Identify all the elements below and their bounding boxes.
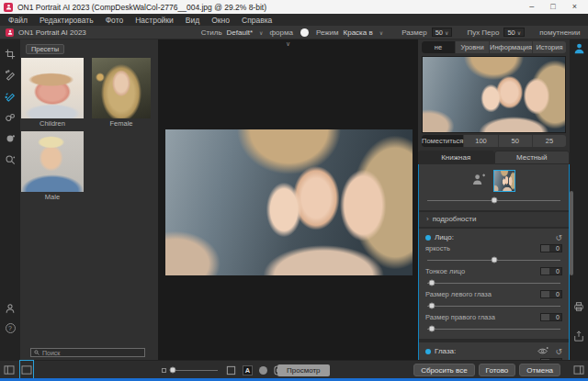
maximize-button[interactable]: □: [550, 1, 555, 13]
canvas-photo[interactable]: [165, 129, 413, 275]
slim-face-slider[interactable]: [426, 278, 561, 287]
preview-button[interactable]: Просмотр: [277, 364, 330, 376]
export-icon[interactable]: [573, 329, 584, 345]
brightness-slider[interactable]: [426, 255, 561, 264]
enabled-dot-icon[interactable]: [425, 235, 431, 241]
done-button[interactable]: Готово: [479, 364, 516, 376]
zoom-tool-icon[interactable]: [4, 153, 17, 166]
minimize-button[interactable]: –: [529, 1, 534, 13]
tab-levels[interactable]: Уровни: [456, 41, 490, 53]
presets-tab[interactable]: Пресеты: [26, 44, 64, 54]
preset-thumb-male[interactable]: Male: [21, 131, 84, 203]
cancel-button[interactable]: Отмена: [519, 364, 560, 376]
toolbar-collapse-chevron-icon[interactable]: ∨: [286, 40, 290, 48]
panel-scrollbar[interactable]: [570, 191, 573, 275]
zoom-slider[interactable]: [170, 366, 218, 374]
right-eye-size-slider[interactable]: [426, 324, 561, 333]
slider-label: Размер левого глаза: [425, 290, 492, 298]
preset-thumb-female[interactable]: Female: [92, 58, 151, 129]
slider-knob[interactable]: [428, 326, 435, 332]
navigator-preview[interactable]: [422, 56, 566, 133]
slider-knob[interactable]: [428, 280, 435, 286]
menu-photo[interactable]: Фото: [106, 16, 124, 25]
opacity-label: помутнении: [539, 28, 580, 37]
zoom-out-icon[interactable]: [162, 368, 166, 373]
reset-icon[interactable]: ↺: [555, 233, 562, 242]
enabled-dot-icon[interactable]: [425, 349, 431, 354]
add-face-icon[interactable]: [472, 173, 486, 189]
canvas-area[interactable]: ∨: [158, 39, 418, 360]
face-strength-slider[interactable]: [426, 196, 561, 205]
retouch-tool-icon[interactable]: [4, 69, 17, 82]
mask-view-icon[interactable]: [259, 366, 267, 375]
tab-portrait[interactable]: Книжная: [418, 151, 494, 164]
clone-tool-icon[interactable]: [4, 111, 17, 124]
feather-input[interactable]: 50∨: [503, 28, 525, 37]
eye-plus-icon[interactable]: [537, 347, 548, 355]
preset-label: Female: [109, 119, 132, 128]
preset-image-children[interactable]: [21, 58, 84, 118]
style-dropdown[interactable]: Default*: [227, 28, 253, 37]
chevron-down-icon[interactable]: ∨: [379, 29, 383, 36]
compare-view-icon[interactable]: [226, 365, 236, 375]
preset-label: Male: [45, 193, 60, 201]
close-button[interactable]: ×: [572, 1, 577, 13]
preset-image-female[interactable]: [92, 58, 151, 118]
details-expander[interactable]: › подробности: [419, 212, 569, 227]
preset-image-male[interactable]: [21, 131, 84, 192]
account-icon[interactable]: [573, 41, 585, 58]
value-input[interactable]: 0: [540, 290, 562, 298]
mode-dropdown[interactable]: Краска в: [344, 28, 373, 37]
settings-scroll-area: › подробности Лицо: ↺ яркость 0: [418, 164, 570, 360]
tab-info[interactable]: Информация: [490, 41, 533, 53]
slider-knob[interactable]: [491, 257, 497, 263]
help-icon[interactable]: ?: [6, 323, 16, 333]
search-input[interactable]: [42, 350, 141, 356]
zoom-level-buttons: Поместиться 100 50 25: [422, 135, 566, 147]
value-input[interactable]: 0: [540, 267, 562, 275]
slider-knob[interactable]: [491, 197, 497, 204]
crop-tool-icon[interactable]: [4, 48, 17, 61]
section-title: Лицо:: [435, 233, 551, 241]
tab-navigator[interactable]: не: [422, 41, 456, 53]
app-name-label: ON1 Portrait AI 2023: [18, 28, 86, 37]
menu-window[interactable]: Окно: [211, 16, 230, 25]
right-panel-toggle-icon[interactable]: [573, 362, 584, 378]
menu-help[interactable]: Справка: [242, 16, 272, 25]
menu-settings[interactable]: Настройки: [135, 16, 174, 25]
zoom-25-button[interactable]: 25: [533, 135, 566, 147]
brush-shape-preview[interactable]: [300, 28, 309, 37]
chevron-down-icon: ∨: [517, 29, 521, 36]
tab-history[interactable]: История: [533, 41, 566, 53]
healing-tool-icon[interactable]: [4, 132, 17, 145]
auto-mask-icon[interactable]: A: [243, 365, 253, 375]
menu-view[interactable]: Вид: [186, 16, 199, 25]
zoom-100-button[interactable]: 100: [464, 135, 498, 147]
tab-local[interactable]: Местный: [494, 151, 571, 164]
reset-all-button[interactable]: Сбросить все: [413, 364, 474, 376]
chevron-down-icon[interactable]: ∨: [259, 29, 263, 36]
print-icon[interactable]: [573, 299, 584, 316]
menu-bar: Файл Редактировать Фото Настройки Вид Ок…: [0, 14, 588, 26]
user-account-icon[interactable]: [4, 302, 17, 315]
preset-label: Children: [40, 119, 65, 128]
detected-face-thumbnail[interactable]: [493, 170, 515, 192]
value-input[interactable]: 0: [540, 244, 562, 252]
slider-knob[interactable]: [428, 303, 435, 309]
browse-panel-toggle-icon[interactable]: [21, 362, 32, 378]
menu-edit[interactable]: Редактировать: [40, 16, 94, 25]
left-panel-toggle-icon[interactable]: [4, 362, 15, 378]
reset-icon[interactable]: ↺: [555, 347, 562, 356]
preset-thumb-children[interactable]: Children: [21, 58, 84, 129]
zoom-50-button[interactable]: 50: [499, 135, 533, 147]
size-input[interactable]: 50∨: [432, 28, 453, 37]
zoom-fit-button[interactable]: Поместиться: [422, 135, 464, 147]
feather-label: Пух Перо: [467, 28, 499, 37]
value-input[interactable]: 0: [540, 313, 562, 321]
zoom-slider-knob[interactable]: [170, 367, 176, 374]
portrait-brush-tool-icon[interactable]: [4, 90, 17, 103]
presets-panel: Пресеты Children Female Male: [20, 39, 158, 360]
left-eye-size-slider[interactable]: [426, 301, 561, 310]
menu-file[interactable]: Файл: [8, 16, 28, 25]
preset-search[interactable]: [30, 348, 145, 357]
